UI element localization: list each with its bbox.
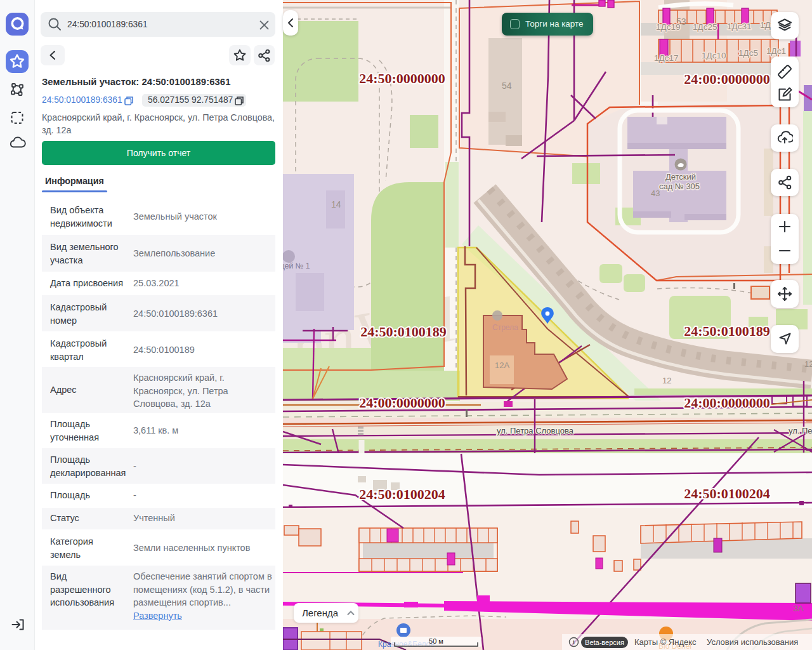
svg-text:1Дс5: 1Дс5: [738, 48, 758, 58]
svg-text:ул. Пет: ул. Пет: [789, 426, 812, 435]
svg-text:54: 54: [502, 81, 512, 91]
svg-text:ул. Петра Словцова: ул. Петра Словцова: [497, 426, 574, 435]
svg-text:1Дс19: 1Дс19: [656, 22, 680, 32]
svg-text:Стрела: Стрела: [492, 323, 518, 332]
svg-text:1Дс31: 1Дс31: [727, 22, 751, 31]
svg-text:24:00:0000000: 24:00:0000000: [684, 71, 770, 87]
svg-text:цей № 1: цей № 1: [283, 262, 310, 270]
svg-text:24:00:0000000: 24:00:0000000: [684, 395, 770, 411]
svg-text:сад № 305: сад № 305: [659, 182, 700, 191]
svg-text:Детский: Детский: [665, 172, 696, 182]
svg-text:i: i: [573, 639, 575, 646]
svg-text:24:50:0000000: 24:50:0000000: [359, 70, 445, 86]
svg-text:1Дс25: 1Дс25: [693, 22, 717, 32]
svg-text:24:50:0100204: 24:50:0100204: [359, 486, 445, 502]
svg-text:12: 12: [804, 359, 812, 369]
svg-text:1Дс1: 1Дс1: [766, 46, 786, 56]
svg-text:24:50:0100204: 24:50:0100204: [684, 486, 770, 501]
svg-text:ЗА: ЗА: [793, 604, 804, 613]
svg-text:24:50:0100189: 24:50:0100189: [360, 324, 447, 340]
svg-text:1Дс10: 1Дс10: [702, 51, 726, 60]
svg-text:24:50:0100189: 24:50:0100189: [684, 323, 770, 339]
svg-text:12А: 12А: [495, 361, 509, 370]
svg-text:24:00:0000000: 24:00:0000000: [359, 395, 445, 411]
svg-text:12: 12: [662, 376, 671, 385]
svg-text:1Дс17: 1Дс17: [654, 53, 678, 63]
svg-text:14: 14: [331, 199, 341, 209]
